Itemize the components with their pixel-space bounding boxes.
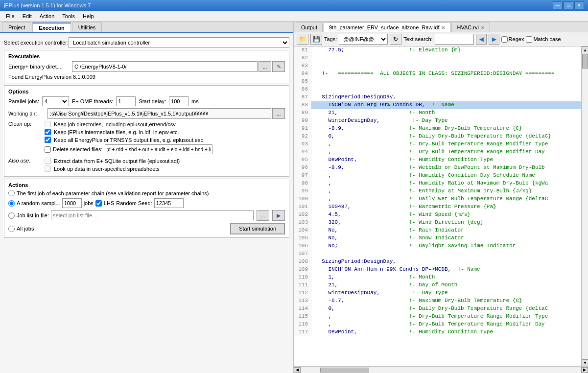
eplus-omp-input[interactable]	[116, 96, 136, 106]
energy-binary-input[interactable]	[72, 61, 258, 72]
cleanup-container: Clean up: Keep job directories, includin…	[8, 121, 285, 156]
edit-button[interactable]: ✎	[272, 61, 285, 72]
scroll-thumb[interactable]	[582, 54, 588, 69]
execution-controller-row: Select execution controller: Local batch…	[4, 37, 289, 48]
line-number: 117	[294, 328, 311, 336]
delete-files-input[interactable]	[105, 144, 212, 154]
found-version: Found EnergyPlus version 8.1.0.009	[8, 74, 285, 80]
line-number: 97	[294, 172, 311, 180]
line-content: 21, !- Month	[311, 109, 581, 117]
radio-all[interactable]	[8, 226, 15, 232]
refresh-icon[interactable]: ↻	[390, 34, 401, 45]
code-line: 108 SizingPeriod:DesignDay,	[294, 258, 581, 266]
scroll-down[interactable]: ▼	[582, 359, 588, 366]
random-jobs-input[interactable]	[62, 198, 82, 208]
menu-tools[interactable]: Tools	[58, 11, 79, 21]
line-content: -8.9, !- Wetbulb or DewPoint at Maximum …	[311, 164, 581, 172]
delete-checkbox[interactable]	[45, 146, 51, 153]
line-content: , !- Enthalpy at Maximum Dry-Bulb {J/kg}	[311, 187, 581, 195]
parallel-jobs-select[interactable]: 4	[42, 96, 69, 106]
eplus-omp-label: E+ OMP threads:	[72, 98, 113, 104]
line-content	[311, 86, 581, 93]
line-number: 91	[294, 125, 311, 133]
tab-utilities[interactable]: Utilities	[72, 23, 102, 32]
menu-action[interactable]: Action	[36, 11, 59, 21]
code-line: 117 DewPoint, !- Humidity Condition Type	[294, 328, 581, 336]
radio-joblist[interactable]	[8, 212, 15, 219]
vertical-scrollbar[interactable]: ▲ ▼	[581, 47, 588, 366]
toolbar: 📁 💾 Tags: @@INF@@ ↻ Text search: ◀ ▶ Reg…	[294, 32, 588, 47]
scroll-up[interactable]: ▲	[582, 47, 588, 53]
save-icon[interactable]: 💾	[310, 34, 322, 45]
start-simulation-button[interactable]: Start simulation	[230, 223, 285, 234]
maximize-button[interactable]: □	[564, 1, 573, 9]
menu-file[interactable]: File	[2, 11, 19, 21]
search-prev[interactable]: ◀	[476, 34, 487, 45]
radio-random[interactable]	[8, 200, 15, 207]
horizontal-scrollbar[interactable]: ◀ ▶	[294, 366, 588, 373]
line-content: 1, !- Month	[311, 274, 581, 281]
joblist-input[interactable]	[51, 210, 254, 220]
tab-rvi-close[interactable]: ✕	[481, 25, 485, 30]
seed-input[interactable]	[154, 198, 184, 208]
line-number: 83	[294, 62, 311, 70]
browse-button[interactable]: ...	[259, 61, 271, 72]
working-dir-browse[interactable]: ...	[272, 108, 285, 119]
joblist-browse[interactable]: ...	[257, 210, 269, 221]
menu-help[interactable]: Help	[79, 11, 98, 21]
also-use-label-1: Extract data from E+ SQLite output file …	[54, 158, 180, 164]
lhs-checkbox[interactable]	[95, 200, 102, 207]
working-dir-row: Working dir: ...	[8, 108, 285, 119]
tab-rvi[interactable]: HVAC.rvi ✕	[451, 23, 490, 32]
scroll-left[interactable]: ◀	[294, 367, 301, 373]
code-line: 101 100487, !- Barometric Pressure {Pa}	[294, 203, 581, 211]
cleanup-label-3: Keep all EnergyPlus or TRNSYS output fil…	[54, 137, 204, 143]
cleanup-checkbox-2[interactable]	[45, 129, 51, 135]
h-scroll-thumb[interactable]	[320, 368, 369, 373]
search-input[interactable]	[435, 34, 474, 45]
code-line: 99 , !- Enthalpy at Maximum Dry-Bulb {J/…	[294, 187, 581, 195]
joblist-run[interactable]: ▶	[272, 210, 285, 221]
start-delay-input[interactable]	[169, 96, 188, 106]
line-content: !- =========== ALL OBJECTS IN CLASS: SIZ…	[311, 70, 581, 78]
tab-output[interactable]: Output	[296, 23, 323, 32]
search-next[interactable]: ▶	[489, 34, 499, 45]
tab-project[interactable]: Project	[2, 23, 31, 32]
all-jobs-row: All jobs Start simulation	[8, 223, 285, 234]
tags-select[interactable]: @@INF@@	[339, 34, 388, 45]
radio-row-joblist: Job list in file: ... ▶	[8, 210, 285, 221]
folder-icon[interactable]: 📁	[297, 34, 308, 45]
line-number: 94	[294, 148, 311, 156]
working-dir-input[interactable]	[47, 108, 271, 119]
tab-execution[interactable]: Execution	[32, 23, 71, 32]
line-content	[311, 78, 581, 86]
line-number: 86	[294, 86, 311, 93]
radio-first[interactable]	[8, 190, 15, 196]
line-number: 81	[294, 47, 311, 54]
cleanup-checkbox-1[interactable]	[45, 121, 51, 127]
minimize-button[interactable]: —	[553, 1, 563, 9]
match-case-checkbox[interactable]	[526, 36, 532, 43]
line-number: 104	[294, 227, 311, 234]
scroll-right[interactable]: ▶	[581, 367, 588, 373]
code-line: 92 0, !- Daily Dry-Bulb Temperature Rang…	[294, 133, 581, 140]
menu-edit[interactable]: Edit	[19, 11, 36, 21]
tab-idf-close[interactable]: ✕	[441, 25, 445, 30]
execution-controller-select[interactable]: Local batch simulation controller	[69, 37, 289, 48]
tab-idf[interactable]: 9th_parameter_ERV_surface_allzone_Raw.id…	[324, 23, 450, 32]
regex-checkbox[interactable]	[501, 36, 508, 43]
energy-binary-label: Energy+ binary diret...	[8, 64, 72, 70]
also-use-checkbox-2[interactable]	[45, 165, 51, 172]
line-content: 21, !- Day of Month	[311, 281, 581, 289]
line-number: 109	[294, 266, 311, 274]
also-use-checkbox-1[interactable]	[45, 158, 51, 164]
line-number: 112	[294, 289, 311, 297]
code-area[interactable]: 81 77.5; !- Elevation {m}828384 !- =====…	[294, 47, 581, 366]
line-content: , !- Dry-Bulb Temperature Range Modifier…	[311, 140, 581, 148]
line-number: 114	[294, 305, 311, 313]
cleanup-checkbox-3[interactable]	[45, 137, 51, 143]
code-line: 81 77.5; !- Elevation {m}	[294, 47, 581, 54]
line-number: 90	[294, 117, 311, 125]
close-button[interactable]: ✕	[574, 1, 584, 9]
line-number: 108	[294, 258, 311, 266]
